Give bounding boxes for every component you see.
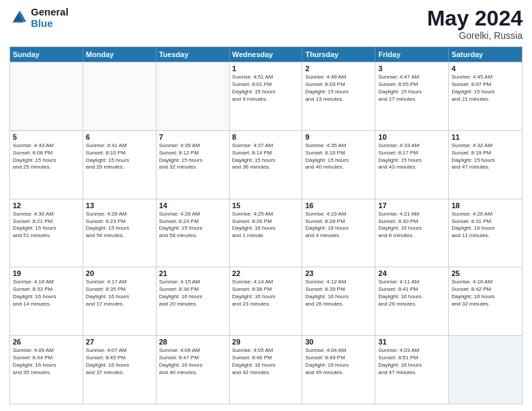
day-number: 20 xyxy=(86,269,153,277)
day-number: 15 xyxy=(232,201,300,210)
day-number: 17 xyxy=(378,201,445,210)
calendar-cell: 13Sunrise: 4:28 AM Sunset: 8:23 PM Dayli… xyxy=(83,199,157,267)
cell-info: Sunrise: 4:43 AM Sunset: 8:08 PM Dayligh… xyxy=(13,142,80,171)
cell-info: Sunrise: 4:37 AM Sunset: 8:14 PM Dayligh… xyxy=(232,142,300,171)
day-number: 23 xyxy=(305,269,372,277)
calendar-cell: 8Sunrise: 4:37 AM Sunset: 8:14 PM Daylig… xyxy=(230,131,303,199)
header-cell-monday: Monday xyxy=(83,47,157,62)
day-number: 25 xyxy=(451,269,519,277)
header-cell-thursday: Thursday xyxy=(302,47,375,62)
header-cell-wednesday: Wednesday xyxy=(230,47,303,62)
day-number: 18 xyxy=(451,201,519,210)
calendar-cell xyxy=(10,62,83,130)
calendar-cell: 29Sunrise: 4:05 AM Sunset: 8:48 PM Dayli… xyxy=(230,336,303,404)
cell-info: Sunrise: 4:06 AM Sunset: 8:47 PM Dayligh… xyxy=(159,347,226,376)
cell-info: Sunrise: 4:28 AM Sunset: 8:23 PM Dayligh… xyxy=(86,211,153,240)
day-number: 31 xyxy=(378,338,445,346)
calendar-body: 1Sunrise: 4:51 AM Sunset: 8:01 PM Daylig… xyxy=(10,62,522,404)
calendar-cell: 2Sunrise: 4:49 AM Sunset: 8:03 PM Daylig… xyxy=(302,62,375,130)
calendar-cell: 31Sunrise: 4:03 AM Sunset: 8:51 PM Dayli… xyxy=(375,336,449,404)
calendar-cell: 23Sunrise: 4:12 AM Sunset: 8:39 PM Dayli… xyxy=(302,267,375,335)
day-number: 19 xyxy=(13,269,80,277)
day-number: 5 xyxy=(13,133,80,141)
day-number: 27 xyxy=(86,338,153,346)
header-cell-tuesday: Tuesday xyxy=(157,47,230,62)
header-cell-saturday: Saturday xyxy=(449,47,522,62)
page: General Blue May 2024 Gorelki, Russia Su… xyxy=(0,0,532,411)
day-number: 28 xyxy=(159,338,226,346)
day-number: 12 xyxy=(13,201,80,210)
header-cell-friday: Friday xyxy=(375,47,449,62)
calendar-cell: 16Sunrise: 4:23 AM Sunset: 8:28 PM Dayli… xyxy=(302,199,375,267)
cell-info: Sunrise: 4:20 AM Sunset: 8:31 PM Dayligh… xyxy=(451,211,519,240)
calendar-cell: 3Sunrise: 4:47 AM Sunset: 8:05 PM Daylig… xyxy=(375,62,449,130)
day-number: 10 xyxy=(378,133,445,141)
calendar-cell: 30Sunrise: 4:04 AM Sunset: 8:49 PM Dayli… xyxy=(302,336,375,404)
calendar-cell: 4Sunrise: 4:45 AM Sunset: 8:07 PM Daylig… xyxy=(449,62,522,130)
cell-info: Sunrise: 4:09 AM Sunset: 8:44 PM Dayligh… xyxy=(13,347,80,376)
calendar-cell: 14Sunrise: 4:26 AM Sunset: 8:24 PM Dayli… xyxy=(157,199,230,267)
calendar-cell: 11Sunrise: 4:32 AM Sunset: 8:19 PM Dayli… xyxy=(449,131,522,199)
cell-info: Sunrise: 4:12 AM Sunset: 8:39 PM Dayligh… xyxy=(305,279,372,308)
cell-info: Sunrise: 4:25 AM Sunset: 8:26 PM Dayligh… xyxy=(232,211,300,240)
calendar-cell: 17Sunrise: 4:21 AM Sunset: 8:30 PM Dayli… xyxy=(375,199,449,267)
calendar-cell: 20Sunrise: 4:17 AM Sunset: 8:35 PM Dayli… xyxy=(83,267,157,335)
calendar-cell: 1Sunrise: 4:51 AM Sunset: 8:01 PM Daylig… xyxy=(230,62,303,130)
cell-info: Sunrise: 4:21 AM Sunset: 8:30 PM Dayligh… xyxy=(378,211,445,240)
header-cell-sunday: Sunday xyxy=(10,47,83,62)
cell-info: Sunrise: 4:45 AM Sunset: 8:07 PM Dayligh… xyxy=(451,74,519,103)
cell-info: Sunrise: 4:32 AM Sunset: 8:19 PM Dayligh… xyxy=(451,142,519,171)
day-number: 22 xyxy=(232,269,300,277)
calendar-cell: 7Sunrise: 4:39 AM Sunset: 8:12 PM Daylig… xyxy=(157,131,230,199)
cell-info: Sunrise: 4:35 AM Sunset: 8:16 PM Dayligh… xyxy=(305,142,372,171)
logo-icon xyxy=(9,9,28,28)
cell-info: Sunrise: 4:10 AM Sunset: 8:42 PM Dayligh… xyxy=(451,279,519,308)
calendar-cell: 6Sunrise: 4:41 AM Sunset: 8:10 PM Daylig… xyxy=(83,131,157,199)
cell-info: Sunrise: 4:17 AM Sunset: 8:35 PM Dayligh… xyxy=(86,279,153,308)
day-number: 2 xyxy=(305,64,372,73)
day-number: 6 xyxy=(86,133,153,141)
day-number: 11 xyxy=(451,133,519,141)
calendar-row-2: 5Sunrise: 4:43 AM Sunset: 8:08 PM Daylig… xyxy=(10,130,522,199)
cell-info: Sunrise: 4:47 AM Sunset: 8:05 PM Dayligh… xyxy=(378,74,445,103)
cell-info: Sunrise: 4:07 AM Sunset: 8:45 PM Dayligh… xyxy=(86,347,153,376)
calendar-cell: 25Sunrise: 4:10 AM Sunset: 8:42 PM Dayli… xyxy=(449,267,522,335)
cell-info: Sunrise: 4:03 AM Sunset: 8:51 PM Dayligh… xyxy=(378,347,445,376)
calendar-cell: 26Sunrise: 4:09 AM Sunset: 8:44 PM Dayli… xyxy=(10,336,83,404)
calendar-cell: 19Sunrise: 4:18 AM Sunset: 8:33 PM Dayli… xyxy=(10,267,83,335)
day-number: 26 xyxy=(13,338,80,346)
month-title: May 2024 xyxy=(427,7,523,30)
day-number: 7 xyxy=(159,133,226,141)
calendar-cell: 5Sunrise: 4:43 AM Sunset: 8:08 PM Daylig… xyxy=(10,131,83,199)
calendar-row-1: 1Sunrise: 4:51 AM Sunset: 8:01 PM Daylig… xyxy=(10,62,522,130)
title-block: May 2024 Gorelki, Russia xyxy=(427,7,523,41)
day-number: 24 xyxy=(378,269,445,277)
calendar-cell: 24Sunrise: 4:11 AM Sunset: 8:41 PM Dayli… xyxy=(375,267,449,335)
calendar-cell: 22Sunrise: 4:14 AM Sunset: 8:38 PM Dayli… xyxy=(230,267,303,335)
cell-info: Sunrise: 4:05 AM Sunset: 8:48 PM Dayligh… xyxy=(232,347,300,376)
day-number: 13 xyxy=(86,201,153,210)
cell-info: Sunrise: 4:14 AM Sunset: 8:38 PM Dayligh… xyxy=(232,279,300,308)
calendar-row-4: 19Sunrise: 4:18 AM Sunset: 8:33 PM Dayli… xyxy=(10,267,522,335)
calendar-row-5: 26Sunrise: 4:09 AM Sunset: 8:44 PM Dayli… xyxy=(10,335,522,404)
cell-info: Sunrise: 4:15 AM Sunset: 8:36 PM Dayligh… xyxy=(159,279,226,308)
calendar-cell: 12Sunrise: 4:30 AM Sunset: 8:21 PM Dayli… xyxy=(10,199,83,267)
day-number: 30 xyxy=(305,338,372,346)
day-number: 4 xyxy=(451,64,519,73)
calendar-cell: 10Sunrise: 4:33 AM Sunset: 8:17 PM Dayli… xyxy=(375,131,449,199)
calendar-cell xyxy=(83,62,157,130)
cell-info: Sunrise: 4:49 AM Sunset: 8:03 PM Dayligh… xyxy=(305,74,372,103)
cell-info: Sunrise: 4:41 AM Sunset: 8:10 PM Dayligh… xyxy=(86,142,153,171)
calendar-header: SundayMondayTuesdayWednesdayThursdayFrid… xyxy=(10,47,522,62)
calendar-cell xyxy=(157,62,230,130)
calendar-cell: 18Sunrise: 4:20 AM Sunset: 8:31 PM Dayli… xyxy=(449,199,522,267)
cell-info: Sunrise: 4:18 AM Sunset: 8:33 PM Dayligh… xyxy=(13,279,80,308)
day-number: 1 xyxy=(232,64,300,73)
cell-info: Sunrise: 4:30 AM Sunset: 8:21 PM Dayligh… xyxy=(13,211,80,240)
calendar-cell: 28Sunrise: 4:06 AM Sunset: 8:47 PM Dayli… xyxy=(157,336,230,404)
day-number: 29 xyxy=(232,338,300,346)
calendar: SundayMondayTuesdayWednesdayThursdayFrid… xyxy=(9,46,523,404)
location: Gorelki, Russia xyxy=(427,30,523,41)
day-number: 14 xyxy=(159,201,226,210)
calendar-cell xyxy=(449,336,522,404)
